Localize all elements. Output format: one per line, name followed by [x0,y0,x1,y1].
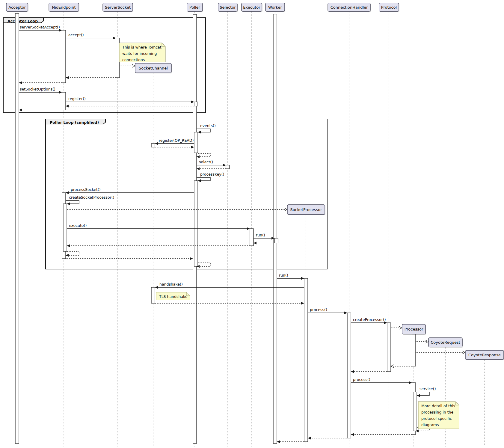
arrowhead [190,257,193,260]
message-return [351,370,387,373]
participant-selector: Selector [218,3,238,12]
message-label: createProcessor() [353,317,386,322]
activation-executor [250,229,253,246]
note-text: connections [122,58,145,62]
arrowhead [223,164,226,167]
message-return [155,146,194,149]
arrowhead [197,168,200,170]
arrowhead [277,441,280,443]
message-label: register() [68,96,86,101]
message-process: process() [308,307,347,314]
participant-nio-endpoint: NioEndpoint [49,3,79,12]
message-service: service() [416,387,436,397]
message-select: select() [197,160,226,167]
participant-socket-processor: SocketProcessor [287,205,325,215]
frame-acceptor-loop: Acceptor Loop [3,18,206,113]
frame-label: Acceptor Loop [7,19,38,23]
arrowhead [253,242,256,245]
arrowhead [351,433,354,436]
activation-nio-endpoint [62,30,66,83]
note-text: This is where Tomcat [122,45,162,49]
message-label: processKey() [200,172,224,177]
message-create [416,351,465,354]
message-createsocketprocessor: createSocketProcessor() [66,195,114,205]
arrowhead [59,91,62,94]
participant-worker: Worker [265,3,285,12]
note-protocol-detail: More detail of thisprocessing in theprot… [418,402,459,429]
participant-coyote-response: CoyoteResponse [465,350,504,360]
self-message-line [197,177,210,181]
note-accept-wait: This is where Tomcatwaits for incomingco… [119,43,165,62]
message-return [197,168,226,170]
message-label: service() [420,387,436,391]
message-return [66,76,116,79]
participant-connection-handler: ConnectionHandler [328,3,371,12]
self-message-line [416,392,429,396]
message-return-open [391,365,412,368]
message-return [351,433,412,436]
participant-label: Poller [189,5,200,10]
message-return [19,82,62,84]
arrowhead [66,191,69,194]
self-message-line [197,129,210,132]
activation-connection-handler [347,313,351,438]
frame-label: Poller Loop (simplified) [50,120,99,125]
message-label: processSocket() [71,187,101,192]
message-process: process() [351,377,412,384]
participant-label: CoyoteResponse [468,353,501,357]
message-label: execute() [69,223,87,228]
message-label: process() [310,307,327,312]
arrowhead [155,142,158,145]
arrowhead [155,286,158,289]
message-accept: accept() [66,33,116,40]
activation-nio-endpoint [62,92,66,110]
message-label: run() [256,233,265,237]
message-createprocessor: createProcessor() [351,317,387,324]
participant-label: SocketChannel [139,66,168,70]
message-self-return [66,251,79,257]
activation-socket-channel [151,287,155,303]
message-return [66,105,194,108]
activation-worker [274,238,278,243]
activation-socket-channel [151,144,155,147]
message-serversocketaccept: serverSocketAccept() [19,25,62,32]
activation-processor [412,334,416,366]
message-label: run() [279,273,288,277]
note-text: diagrams [421,423,439,427]
participant-socket-channel: SocketChannel [135,63,172,73]
participant-server-socket: ServerSocket [103,3,133,12]
arrowhead [308,437,311,440]
participant-label: NioEndpoint [52,5,76,10]
participant-processor: Processor [402,324,426,335]
message-processsocket: processSocket() [66,187,194,194]
message-execute: execute() [67,223,250,230]
message-self-return [197,263,210,268]
participant-label: ConnectionHandler [331,5,368,10]
activation-poller [194,181,198,266]
message-return [253,242,274,245]
message-label: process() [353,377,370,382]
message-label: setSocketOptions() [20,87,55,91]
participant-label: Selector [220,5,236,10]
message-label: select() [199,160,213,164]
arrowhead [344,312,347,314]
arrowhead [67,203,70,205]
activation-selector [226,165,230,169]
arrowhead [66,105,69,108]
arrowhead [247,227,250,230]
message-label: accept() [68,33,84,37]
arrowhead [19,109,22,111]
message-return [67,245,250,247]
participant-label: Protocol [381,5,397,10]
message-return [277,441,304,443]
message-label: handshake() [159,282,183,286]
arrowhead [301,277,304,280]
activation-processor [413,392,417,431]
participant-coyote-request: CoyoteRequest [428,338,463,348]
arrowhead [198,131,201,134]
message-handshake: handshake() [155,282,304,289]
activation-poller [194,132,198,153]
arrowhead [66,76,69,79]
message-setsocketoptions: setSocketOptions() [19,87,62,94]
arrowhead [301,302,304,305]
